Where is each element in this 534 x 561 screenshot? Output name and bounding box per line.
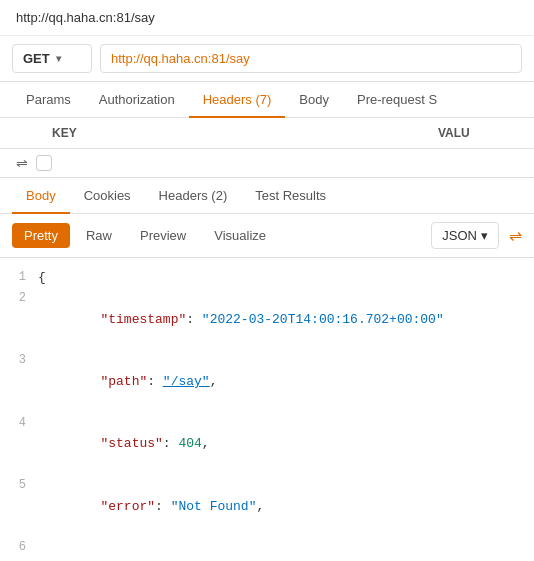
- select-all-checkbox[interactable]: [36, 155, 52, 171]
- code-view: 1 { 2 "timestamp": "2022-03-20T14:00:16.…: [0, 258, 534, 561]
- method-chevron-icon: ▾: [56, 53, 61, 64]
- format-visualize-button[interactable]: Visualize: [202, 223, 278, 248]
- format-pretty-button[interactable]: Pretty: [12, 223, 70, 248]
- format-type-label: JSON: [442, 228, 477, 243]
- code-line-1: 1 {: [0, 268, 534, 289]
- format-bar: Pretty Raw Preview Visualize JSON ▾ ⇌: [0, 214, 534, 258]
- resp-tab-cookies[interactable]: Cookies: [70, 178, 145, 213]
- url-input[interactable]: [100, 44, 522, 73]
- code-content: "timestamp": "2022-03-20T14:00:16.702+00…: [38, 289, 524, 351]
- resp-tab-headers[interactable]: Headers (2): [145, 178, 242, 213]
- code-content: "error": "Not Found",: [38, 476, 524, 538]
- code-content: "status": 404,: [38, 414, 524, 476]
- resp-tab-body[interactable]: Body: [12, 178, 70, 213]
- tab-prerequest[interactable]: Pre-request S: [343, 82, 451, 117]
- code-line-3: 3 "path": "/say",: [0, 351, 534, 413]
- tab-authorization[interactable]: Authorization: [85, 82, 189, 117]
- line-number: 5: [10, 476, 38, 538]
- code-line-4: 4 "status": 404,: [0, 414, 534, 476]
- code-content: {: [38, 268, 524, 289]
- line-number: 4: [10, 414, 38, 476]
- title-url: http://qq.haha.cn:81/say: [16, 10, 155, 25]
- response-tabs: Body Cookies Headers (2) Test Results: [0, 178, 534, 214]
- url-bar: GET ▾: [0, 36, 534, 82]
- format-dropdown-chevron-icon: ▾: [481, 228, 488, 243]
- title-bar: http://qq.haha.cn:81/say: [0, 0, 534, 36]
- code-line-2: 2 "timestamp": "2022-03-20T14:00:16.702+…: [0, 289, 534, 351]
- format-raw-button[interactable]: Raw: [74, 223, 124, 248]
- code-line-6: 6 "message": null,: [0, 538, 534, 561]
- tab-body[interactable]: Body: [285, 82, 343, 117]
- wrap-icon[interactable]: ⇌: [509, 226, 522, 245]
- method-select[interactable]: GET ▾: [12, 44, 92, 73]
- method-label: GET: [23, 51, 50, 66]
- column-value: VALU: [438, 126, 518, 140]
- tab-headers[interactable]: Headers (7): [189, 82, 286, 117]
- table-header: KEY VALU: [0, 118, 534, 149]
- line-number: 6: [10, 538, 38, 561]
- line-number: 2: [10, 289, 38, 351]
- code-content: "message": null,: [38, 538, 524, 561]
- format-preview-button[interactable]: Preview: [128, 223, 198, 248]
- code-line-5: 5 "error": "Not Found",: [0, 476, 534, 538]
- line-number: 1: [10, 268, 38, 289]
- table-filter-row: ⇌: [0, 149, 534, 178]
- column-key: KEY: [16, 126, 438, 140]
- request-tabs: Params Authorization Headers (7) Body Pr…: [0, 82, 534, 118]
- resp-tab-test-results[interactable]: Test Results: [241, 178, 340, 213]
- code-content: "path": "/say",: [38, 351, 524, 413]
- filter-icon[interactable]: ⇌: [16, 155, 28, 171]
- line-number: 3: [10, 351, 38, 413]
- response-section: Body Cookies Headers (2) Test Results Pr…: [0, 178, 534, 561]
- format-type-dropdown[interactable]: JSON ▾: [431, 222, 499, 249]
- tab-params[interactable]: Params: [12, 82, 85, 117]
